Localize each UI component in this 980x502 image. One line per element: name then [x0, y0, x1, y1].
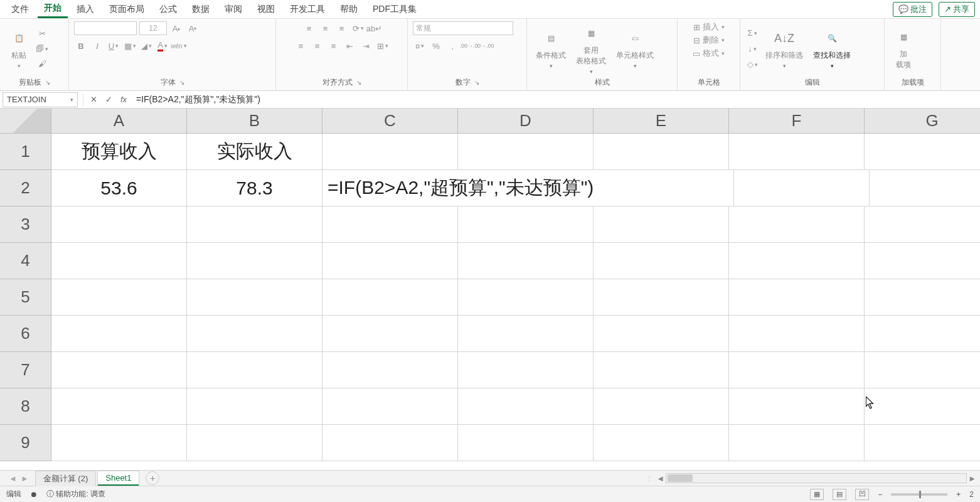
- row-header-5[interactable]: 5: [0, 279, 51, 316]
- menu-review[interactable]: 审阅: [218, 1, 248, 18]
- font-size-select[interactable]: [139, 21, 167, 35]
- column-header-F[interactable]: F: [729, 109, 865, 134]
- cell-F2[interactable]: [870, 170, 980, 206]
- align-center-button[interactable]: ≡: [311, 39, 324, 53]
- comments-button[interactable]: 💬批注: [893, 2, 932, 17]
- hscroll-right[interactable]: ►: [968, 474, 976, 483]
- zoom-value[interactable]: 2: [969, 490, 974, 499]
- increase-font-button[interactable]: A▴: [169, 21, 183, 35]
- cell-E7[interactable]: [594, 352, 729, 388]
- menu-insert[interactable]: 插入: [70, 1, 100, 18]
- number-format-select[interactable]: [413, 21, 513, 35]
- share-button[interactable]: ↗共享: [939, 2, 975, 17]
- paste-button[interactable]: 📋 粘贴 ▾: [5, 27, 33, 70]
- sort-filter-button[interactable]: A↓Z排序和筛选▾: [762, 27, 807, 70]
- accept-formula-button[interactable]: ✓: [101, 92, 116, 107]
- cell-F5[interactable]: [729, 279, 865, 316]
- cell-D7[interactable]: [458, 352, 594, 388]
- cell-G8[interactable]: [865, 388, 980, 425]
- cell-A2[interactable]: 53.6: [51, 170, 187, 206]
- fx-button[interactable]: fx: [116, 92, 131, 107]
- cell-B6[interactable]: [187, 316, 322, 352]
- cell-E9[interactable]: [594, 425, 729, 461]
- align-top-button[interactable]: ≡: [302, 21, 316, 35]
- sheet-nav-prev[interactable]: ◄: [9, 474, 17, 483]
- increase-indent-button[interactable]: ⇥: [360, 39, 373, 53]
- cell-F1[interactable]: [729, 134, 865, 170]
- copy-button[interactable]: 🗐: [35, 42, 49, 56]
- row-header-1[interactable]: 1: [0, 134, 51, 170]
- align-bottom-button[interactable]: ≡: [335, 21, 349, 35]
- cell-C9[interactable]: [322, 425, 458, 461]
- borders-button[interactable]: ▦: [123, 39, 137, 53]
- cell-C2[interactable]: =IF(B2>A2,"超预算","未达预算"): [322, 170, 599, 206]
- cut-button[interactable]: ✂: [35, 27, 49, 41]
- align-right-button[interactable]: ≡: [327, 39, 341, 53]
- column-header-A[interactable]: A: [51, 109, 187, 134]
- table-format-button[interactable]: ▦套用 表格格式▾: [572, 22, 610, 76]
- cell-B4[interactable]: [187, 243, 322, 279]
- dialog-launcher-icon[interactable]: ↘: [356, 79, 361, 86]
- dialog-launcher-icon[interactable]: ↘: [179, 79, 184, 86]
- cell-D8[interactable]: [458, 388, 594, 425]
- italic-button[interactable]: I: [90, 39, 104, 53]
- cell-B9[interactable]: [187, 425, 322, 461]
- phonetic-button[interactable]: wén: [172, 39, 186, 53]
- cell-C4[interactable]: [322, 243, 458, 279]
- cell-F7[interactable]: [729, 352, 865, 388]
- row-header-4[interactable]: 4: [0, 243, 51, 279]
- cell-A9[interactable]: [51, 425, 187, 461]
- row-header-7[interactable]: 7: [0, 352, 51, 388]
- clear-button[interactable]: ◇: [745, 58, 759, 72]
- fill-button[interactable]: ↓: [745, 42, 759, 56]
- horizontal-scrollbar[interactable]: [666, 473, 967, 483]
- align-middle-button[interactable]: ≡: [319, 21, 333, 35]
- merge-button[interactable]: ⊞: [376, 39, 390, 53]
- increase-decimal-button[interactable]: .00→.0: [462, 39, 476, 53]
- dialog-launcher-icon[interactable]: ↘: [474, 79, 479, 86]
- menu-data[interactable]: 数据: [186, 1, 216, 18]
- percent-button[interactable]: %: [429, 39, 443, 53]
- cell-D1[interactable]: [458, 134, 594, 170]
- cell-A1[interactable]: 预算收入: [51, 134, 187, 170]
- cell-B3[interactable]: [187, 206, 322, 243]
- cell-D6[interactable]: [458, 316, 594, 352]
- cell-C7[interactable]: [322, 352, 458, 388]
- cell-E3[interactable]: [594, 206, 729, 243]
- align-left-button[interactable]: ≡: [294, 39, 308, 53]
- cell-E6[interactable]: [594, 316, 729, 352]
- cell-G3[interactable]: [865, 206, 980, 243]
- menu-formulas[interactable]: 公式: [153, 1, 183, 18]
- cell-F9[interactable]: [729, 425, 865, 461]
- row-header-8[interactable]: 8: [0, 388, 51, 425]
- cell-C8[interactable]: [322, 388, 458, 425]
- cell-G7[interactable]: [865, 352, 980, 388]
- page-layout-view-button[interactable]: ▤: [833, 489, 846, 500]
- cell-A7[interactable]: [51, 352, 187, 388]
- autosum-button[interactable]: Σ: [745, 26, 759, 40]
- font-color-button[interactable]: A: [156, 39, 169, 53]
- cell-G1[interactable]: [865, 134, 980, 170]
- addins-button[interactable]: ▦加 载项: [890, 26, 917, 72]
- column-header-C[interactable]: C: [322, 109, 458, 134]
- menu-view[interactable]: 视图: [251, 1, 281, 18]
- hscroll-left[interactable]: ◄: [656, 474, 664, 483]
- zoom-in-button[interactable]: +: [956, 490, 961, 499]
- cell-A5[interactable]: [51, 279, 187, 316]
- sheet-tab-0[interactable]: 金额计算 (2): [35, 471, 97, 486]
- formula-input[interactable]: =IF(B2>A2,"超预算","未达预算"): [131, 94, 980, 105]
- cell-E8[interactable]: [594, 388, 729, 425]
- cell-A3[interactable]: [51, 206, 187, 243]
- cell-G4[interactable]: [865, 243, 980, 279]
- insert-cells-button[interactable]: ⊞插入▾: [693, 21, 725, 33]
- cell-G5[interactable]: [865, 279, 980, 316]
- name-box[interactable]: TEXTJOIN▾: [3, 92, 78, 107]
- accessibility-status[interactable]: ⓘ 辅助功能: 调查: [46, 489, 105, 499]
- cell-A4[interactable]: [51, 243, 187, 279]
- page-break-view-button[interactable]: 凹: [855, 489, 869, 500]
- cell-F8[interactable]: [729, 388, 865, 425]
- row-header-9[interactable]: 9: [0, 425, 51, 461]
- cell-A8[interactable]: [51, 388, 187, 425]
- cell-E5[interactable]: [594, 279, 729, 316]
- zoom-slider[interactable]: [891, 493, 947, 496]
